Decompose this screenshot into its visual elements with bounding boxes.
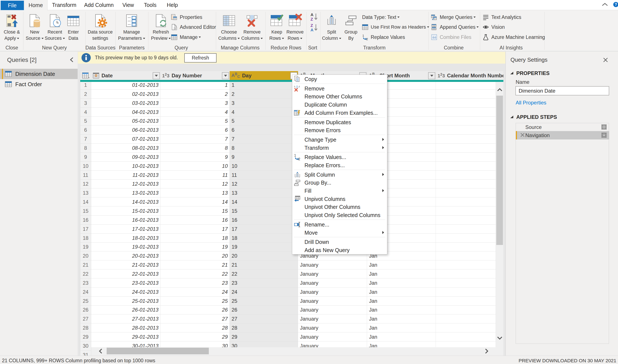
svg-text:1: 1: [362, 34, 364, 37]
svg-text:Z: Z: [310, 17, 313, 21]
svg-text:2: 2: [366, 37, 368, 40]
svg-text:A: A: [310, 13, 313, 17]
svg-text:Z: Z: [310, 23, 313, 28]
